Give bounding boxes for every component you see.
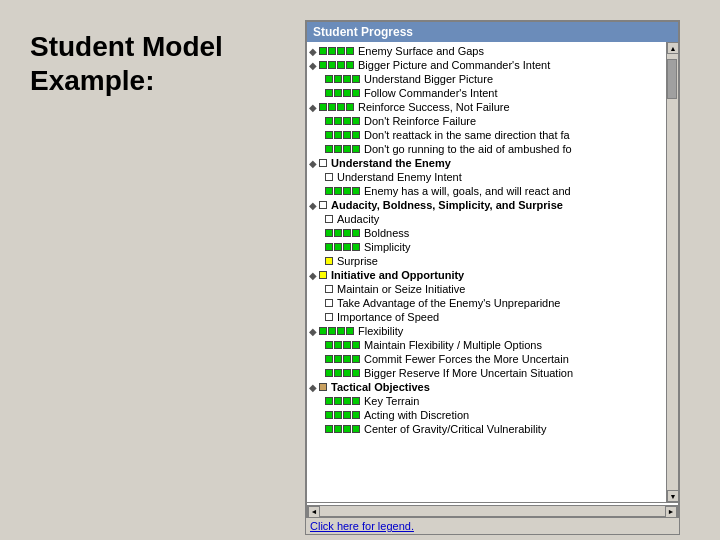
- footer-link[interactable]: Click here for legend.: [310, 520, 414, 532]
- rating-square: [346, 103, 354, 111]
- rating-square: [343, 75, 351, 83]
- rating-square: [325, 341, 333, 349]
- rating-square: [325, 313, 333, 321]
- tree-row[interactable]: Don't Reinforce Failure: [307, 114, 666, 128]
- rating-square: [343, 229, 351, 237]
- rating-square: [343, 89, 351, 97]
- tree-row[interactable]: ◆Flexibility: [307, 324, 666, 338]
- rating-square: [343, 397, 351, 405]
- rating-box: [325, 257, 334, 265]
- rating-square: [334, 341, 342, 349]
- tree-item-label: Follow Commander's Intent: [364, 87, 498, 99]
- tree-row[interactable]: Enemy has a will, goals, and will react …: [307, 184, 666, 198]
- rating-square: [319, 61, 327, 69]
- tree-item-label: Understand Bigger Picture: [364, 73, 493, 85]
- tree-row[interactable]: Audacity: [307, 212, 666, 226]
- tree-row[interactable]: Don't go running to the aid of ambushed …: [307, 142, 666, 156]
- tree-row[interactable]: Follow Commander's Intent: [307, 86, 666, 100]
- tree-row[interactable]: Simplicity: [307, 240, 666, 254]
- rating-square: [337, 61, 345, 69]
- rating-square: [319, 103, 327, 111]
- rating-square: [325, 355, 333, 363]
- scroll-thumb[interactable]: [667, 59, 677, 99]
- rating-square: [352, 187, 360, 195]
- rating-square: [352, 243, 360, 251]
- tree-row[interactable]: ◆Enemy Surface and Gaps: [307, 44, 666, 58]
- scrollbar-vertical[interactable]: ▲ ▼: [666, 42, 678, 502]
- rating-square: [325, 173, 333, 181]
- tree-item-label: Initiative and Opportunity: [331, 269, 464, 281]
- rating-square: [334, 117, 342, 125]
- tree-row[interactable]: Boldness: [307, 226, 666, 240]
- tree-row[interactable]: Take Advantage of the Enemy's Unpreparid…: [307, 296, 666, 310]
- tree-row[interactable]: Bigger Reserve If More Uncertain Situati…: [307, 366, 666, 380]
- rating-square: [346, 61, 354, 69]
- tree-row[interactable]: Maintain or Seize Initiative: [307, 282, 666, 296]
- tree-row[interactable]: ◆Audacity, Boldness, Simplicity, and Sur…: [307, 198, 666, 212]
- panel-footer: ◄ ►: [307, 502, 678, 518]
- scroll-down-button[interactable]: ▼: [667, 490, 678, 502]
- rating-box: [325, 425, 361, 433]
- tree-row[interactable]: Acting with Discretion: [307, 408, 666, 422]
- panel-scroll-area[interactable]: ◆Enemy Surface and Gaps◆Bigger Picture a…: [307, 42, 678, 502]
- rating-square: [334, 187, 342, 195]
- rating-square: [325, 75, 333, 83]
- tree-row[interactable]: ◆Reinforce Success, Not Failure: [307, 100, 666, 114]
- scrollbar-horizontal[interactable]: ◄ ►: [307, 505, 678, 517]
- rating-square: [343, 187, 351, 195]
- rating-box: [325, 369, 361, 377]
- connector-icon: ◆: [309, 200, 317, 211]
- tree-item-label: Surprise: [337, 255, 378, 267]
- tree-row[interactable]: Importance of Speed: [307, 310, 666, 324]
- rating-box: [325, 299, 334, 307]
- rating-square: [352, 131, 360, 139]
- main-container: Student Model Example: Student Progress …: [0, 0, 720, 540]
- rating-square: [328, 47, 336, 55]
- rating-square: [325, 243, 333, 251]
- scroll-track[interactable]: [667, 54, 678, 490]
- tree-item-label: Boldness: [364, 227, 409, 239]
- rating-square: [325, 145, 333, 153]
- rating-square: [343, 355, 351, 363]
- tree-row[interactable]: Maintain Flexibility / Multiple Options: [307, 338, 666, 352]
- scroll-up-button[interactable]: ▲: [667, 42, 678, 54]
- rating-box: [325, 145, 361, 153]
- rating-square: [325, 285, 333, 293]
- rating-square: [334, 355, 342, 363]
- rating-square: [343, 425, 351, 433]
- tree-item-label: Commit Fewer Forces the More Uncertain: [364, 353, 569, 365]
- tree-row[interactable]: ◆Initiative and Opportunity: [307, 268, 666, 282]
- rating-box: [325, 285, 334, 293]
- h-scroll-track[interactable]: [320, 506, 665, 516]
- tree-row[interactable]: Don't reattack in the same direction tha…: [307, 128, 666, 142]
- rating-square: [325, 397, 333, 405]
- rating-square: [328, 103, 336, 111]
- connector-icon: ◆: [309, 158, 317, 169]
- rating-box: [325, 215, 334, 223]
- tree-row[interactable]: Understand Enemy Intent: [307, 170, 666, 184]
- scroll-left-button[interactable]: ◄: [308, 506, 320, 518]
- rating-square: [346, 327, 354, 335]
- tree-item-label: Acting with Discretion: [364, 409, 469, 421]
- scroll-right-button[interactable]: ►: [665, 506, 677, 518]
- rating-square: [352, 369, 360, 377]
- status-bar[interactable]: Click here for legend.: [305, 517, 680, 535]
- rating-square: [352, 117, 360, 125]
- rating-square: [352, 355, 360, 363]
- rating-box: [319, 47, 355, 55]
- tree-row[interactable]: ◆Bigger Picture and Commander's Intent: [307, 58, 666, 72]
- tree-item-label: Don't Reinforce Failure: [364, 115, 476, 127]
- rating-box: [325, 75, 361, 83]
- rating-square: [352, 145, 360, 153]
- tree-row[interactable]: Key Terrain: [307, 394, 666, 408]
- tree-item-label: Maintain Flexibility / Multiple Options: [364, 339, 542, 351]
- tree-item-label: Bigger Picture and Commander's Intent: [358, 59, 550, 71]
- tree-row[interactable]: Commit Fewer Forces the More Uncertain: [307, 352, 666, 366]
- tree-row[interactable]: Surprise: [307, 254, 666, 268]
- tree-row[interactable]: ◆Tactical Objectives: [307, 380, 666, 394]
- tree-row[interactable]: Center of Gravity/Critical Vulnerability: [307, 422, 666, 436]
- tree-row[interactable]: Understand Bigger Picture: [307, 72, 666, 86]
- tree-row[interactable]: ◆Understand the Enemy: [307, 156, 666, 170]
- rating-box: [319, 61, 355, 69]
- tree-item-label: Simplicity: [364, 241, 410, 253]
